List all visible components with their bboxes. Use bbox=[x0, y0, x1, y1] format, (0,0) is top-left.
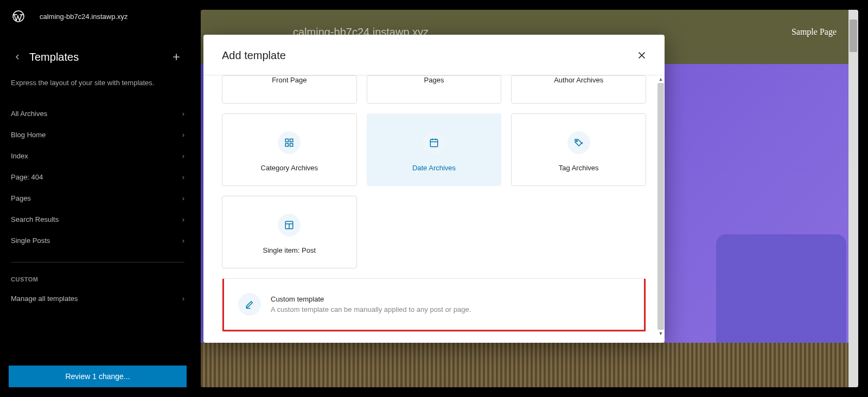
template-card-category-archives[interactable]: Category Archives bbox=[222, 113, 357, 186]
template-card-label: Date Archives bbox=[412, 164, 456, 172]
custom-template-row: Custom template A custom template can be… bbox=[222, 278, 646, 332]
grid-icon bbox=[278, 131, 301, 154]
svg-rect-3 bbox=[290, 139, 293, 142]
svg-rect-6 bbox=[430, 139, 438, 147]
template-card-pages[interactable]: Pages bbox=[367, 75, 502, 104]
scroll-down-icon[interactable]: ▼ bbox=[657, 330, 665, 337]
layout-icon bbox=[278, 214, 301, 236]
modal-scrollbar[interactable]: ▲ ▼ bbox=[657, 75, 665, 337]
pencil-icon bbox=[238, 293, 261, 316]
custom-template-text: Custom template A custom template can be… bbox=[271, 295, 471, 313]
template-card-label: Category Archives bbox=[261, 164, 318, 172]
template-grid: Front Page Pages Author Archives Categor… bbox=[222, 75, 646, 268]
template-card-author-archives[interactable]: Author Archives bbox=[511, 75, 646, 104]
modal-overlay: Add template Front Page Pages Author Arc… bbox=[0, 0, 868, 397]
template-card-tag-archives[interactable]: Tag Archives bbox=[511, 113, 646, 186]
custom-template-title: Custom template bbox=[271, 295, 471, 303]
custom-template-description: A custom template can be manually applie… bbox=[271, 305, 471, 313]
add-template-modal: Add template Front Page Pages Author Arc… bbox=[203, 35, 665, 343]
template-card-date-archives[interactable]: Date Archives bbox=[367, 113, 502, 186]
modal-header: Add template bbox=[203, 35, 665, 75]
tag-icon bbox=[567, 131, 590, 154]
template-card-label: Single item: Post bbox=[263, 246, 316, 254]
template-card-label: Tag Archives bbox=[559, 164, 599, 172]
svg-point-10 bbox=[576, 140, 577, 141]
svg-rect-4 bbox=[290, 143, 293, 146]
modal-title: Add template bbox=[222, 49, 286, 62]
calendar-icon bbox=[423, 131, 445, 154]
custom-template-button[interactable]: Custom template A custom template can be… bbox=[222, 279, 646, 331]
modal-body: Front Page Pages Author Archives Categor… bbox=[203, 75, 665, 343]
scrollbar-thumb[interactable] bbox=[658, 83, 664, 330]
template-card-single-post[interactable]: Single item: Post bbox=[222, 196, 357, 268]
template-card-label: Front Page bbox=[272, 76, 307, 84]
svg-rect-5 bbox=[286, 143, 289, 146]
template-card-label: Author Archives bbox=[554, 76, 603, 84]
scroll-up-icon[interactable]: ▲ bbox=[657, 75, 665, 83]
close-button[interactable] bbox=[634, 48, 649, 63]
svg-rect-2 bbox=[286, 139, 289, 142]
template-card-label: Pages bbox=[424, 76, 444, 84]
template-card-front-page[interactable]: Front Page bbox=[222, 75, 357, 104]
